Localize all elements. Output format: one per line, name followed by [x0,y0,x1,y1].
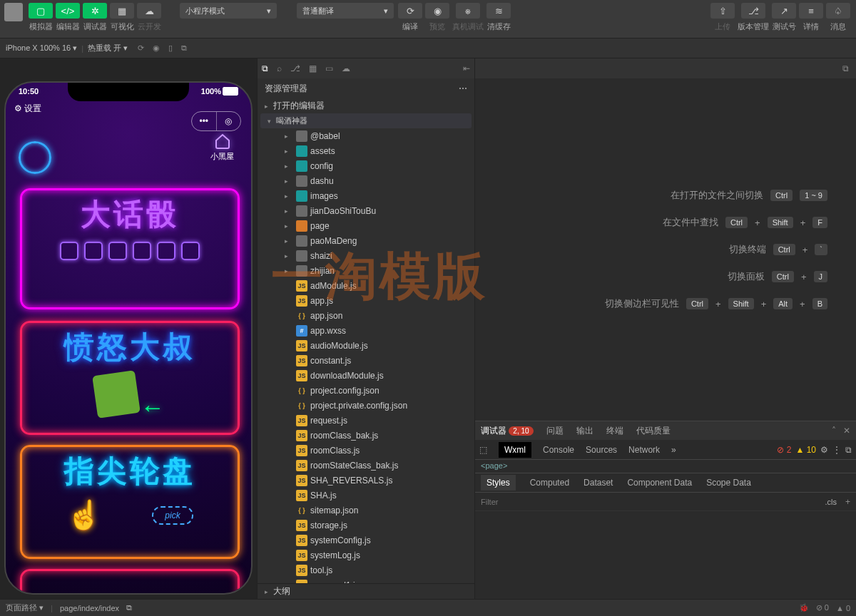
files-icon[interactable]: ⧉ [262,63,268,73]
warn-count[interactable]: ▲ 10 [795,445,816,455]
folder-node[interactable]: ▸paoMaDeng [258,233,474,248]
file-node[interactable]: JSaudioModule.js [258,338,474,353]
folder-node[interactable]: ▸jianDaoShiTouBu [258,203,474,218]
folder-node[interactable]: ▸dashu [258,173,474,188]
warn-badge[interactable]: ▲ 0 [836,604,850,612]
ext-icon[interactable]: ▦ [309,63,317,73]
real-debug-button[interactable]: ⎈真机调试 [452,3,484,32]
testacct-button[interactable]: ↗测试号 [772,3,796,32]
compile-button[interactable]: ⟳编译 [398,3,422,32]
open-editors-section[interactable]: ▸打开的编辑器 [258,98,474,113]
game-card-dahuashai[interactable]: 大话骰 [20,188,240,309]
folder-node[interactable]: ▸config [258,158,474,173]
game-card-fennudashu[interactable]: 愤怒大叔 ← [20,321,240,435]
message-button[interactable]: ♤消息 [826,3,850,32]
copy-icon[interactable]: ⧉ [126,603,132,612]
error-count[interactable]: ⊘ 2 [777,445,791,455]
upload-button[interactable]: ⇧上传 [710,3,735,32]
wxml-root-node[interactable]: <page> [475,460,856,473]
style-filter-input[interactable] [481,498,820,506]
file-node[interactable]: JSapp.js [258,293,474,308]
git-icon[interactable]: ⎇ [290,63,300,73]
bug-icon[interactable]: 🐞 [799,603,809,612]
tab-network[interactable]: Network [628,445,660,455]
target-icon[interactable]: ◎ [217,112,241,130]
editor-toggle[interactable]: </>编辑器 [56,3,80,32]
tab-console[interactable]: Console [543,445,574,455]
home-shortcut[interactable]: 小黑屋 [210,133,234,162]
add-style-icon[interactable]: + [845,497,850,507]
file-node[interactable]: JSSHA.js [258,488,474,503]
path-label[interactable]: 页面路径 ▾ [6,602,44,613]
tab-problem[interactable]: 问题 [546,425,564,437]
inspect-icon[interactable]: ⬚ [479,445,487,455]
error-badge[interactable]: ⊘ 0 [816,603,829,612]
tab-styles[interactable]: Styles [481,475,516,491]
device-select[interactable]: iPhone X 100% 16 ▾ [6,43,77,53]
file-node[interactable]: JSroomStateClass_bak.js [258,458,474,473]
tab-output[interactable]: 输出 [576,425,593,437]
gear-icon[interactable]: ⚙ [820,445,828,455]
file-node[interactable]: #app.wxss [258,323,474,338]
folder-node[interactable]: ▸images [258,188,474,203]
clear-cache-button[interactable]: ≋清缓存 [486,3,511,32]
cls-toggle[interactable]: .cls [820,496,841,508]
tab-compdata[interactable]: Component Data [627,478,692,488]
page-path[interactable]: page/index/index [60,604,119,612]
file-node[interactable]: { }sitemap.json [258,503,474,518]
game-card-zhijianlunpan[interactable]: 指尖轮盘 ☝ pick [20,445,240,559]
layout-icon[interactable]: ▭ [325,63,333,73]
collapse-icon[interactable]: ⇤ [463,63,470,73]
file-node[interactable]: { }project.config.json [258,383,474,398]
translate-select[interactable]: 普通翻译▾ [297,3,394,19]
file-node[interactable]: JSrequest.js [258,413,474,428]
popout-icon[interactable]: ⧉ [181,43,187,53]
preview-button[interactable]: ◉预览 [425,3,449,32]
folder-node[interactable]: ▸assets [258,143,474,158]
file-node[interactable]: JSadModule.js [258,278,474,293]
refresh-icon[interactable]: ⟳ [138,43,144,53]
file-node[interactable]: JSdownloadModule.js [258,368,474,383]
tab-wxml[interactable]: Wxml [499,442,531,458]
version-button[interactable]: ⎇版本管理 [738,3,769,32]
tab-dataset[interactable]: Dataset [584,478,613,488]
chevron-up-icon[interactable]: ˄ [832,426,836,436]
file-node[interactable]: JStool.js [258,563,474,578]
tab-scopedata[interactable]: Scope Data [706,478,751,488]
tab-computed[interactable]: Computed [530,478,569,488]
file-node[interactable]: JSroomClass_bak.js [258,428,474,443]
record-icon[interactable]: ◉ [153,43,160,53]
device-frame-icon[interactable]: ▯ [168,43,173,53]
capsule-menu[interactable]: •••◎ [191,111,241,131]
file-node[interactable]: JSstorage.js [258,518,474,533]
folder-node[interactable]: ▸shaizi [258,248,474,263]
file-node[interactable]: JSsystemLog.js [258,548,474,563]
more-icon[interactable]: ••• [192,112,217,130]
file-node[interactable]: { }project.private.config.json [258,398,474,413]
game-card-next[interactable] [20,569,240,595]
tab-quality[interactable]: 代码质量 [636,425,671,437]
kebab-icon[interactable]: ⋮ [832,445,841,455]
tab-sources[interactable]: Sources [586,445,617,455]
app-settings[interactable]: ⚙ 设置 [14,103,41,115]
folder-node[interactable]: ▸@babel [258,128,474,143]
account-avatar[interactable] [4,3,23,21]
file-node[interactable]: JSconstant.js [258,353,474,368]
file-node[interactable]: { }app.json [258,308,474,323]
cloud-dev[interactable]: ☁云开发 [137,3,161,32]
folder-node[interactable]: ▸zhijian [258,263,474,278]
file-node[interactable]: JSroomClass.js [258,443,474,458]
more-tabs-icon[interactable]: » [671,445,676,455]
mode-select[interactable]: 小程序模式▾ [180,3,277,19]
file-node[interactable]: JSsystemConfig.js [258,533,474,548]
debugger-toggle[interactable]: ✲调试器 [83,3,107,32]
hot-reload-toggle[interactable]: 热重载 开 ▾ [88,43,128,53]
close-icon[interactable]: ✕ [843,426,850,436]
dock-icon[interactable]: ⧉ [845,445,852,455]
more-icon[interactable]: ⋯ [459,83,467,93]
tab-terminal[interactable]: 终端 [606,425,623,437]
outline-section[interactable]: ▸大纲 [258,583,474,599]
search-icon[interactable]: ⌕ [277,63,282,73]
folder-node[interactable]: ▸page [258,218,474,233]
palette-icon[interactable]: ☁ [342,63,350,73]
